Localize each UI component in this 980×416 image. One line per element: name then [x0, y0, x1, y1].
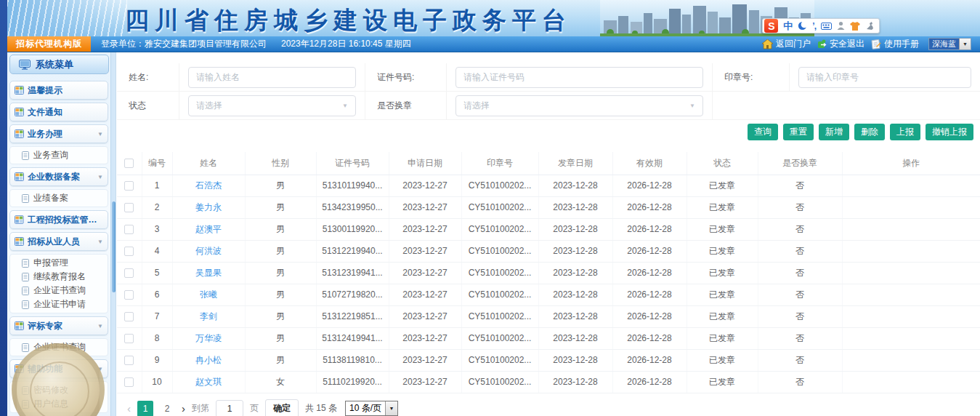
query-button[interactable]: 查询 — [748, 124, 778, 140]
table-cell: 否 — [758, 240, 842, 262]
table-cell: 冉小松 — [172, 349, 245, 371]
row-checkbox[interactable] — [124, 181, 134, 191]
next-page-button[interactable]: › — [182, 403, 185, 414]
sidebar-sub-item[interactable]: 业绩备案 — [10, 191, 108, 205]
ime-user-icon[interactable] — [837, 21, 845, 31]
select-all-checkbox[interactable] — [124, 159, 134, 168]
table-cell: 否 — [758, 196, 842, 218]
person-name-link[interactable]: 吴显果 — [195, 268, 222, 278]
person-name-link[interactable]: 李剑 — [200, 311, 217, 321]
table-cell: 否 — [758, 349, 842, 371]
sidebar-sub-label: 业务查询 — [33, 149, 68, 161]
page-number-button[interactable]: 2 — [159, 401, 175, 416]
row-checkbox[interactable] — [124, 203, 134, 212]
report-button[interactable]: 上报 — [890, 124, 920, 140]
table-cell: 已发章 — [687, 218, 758, 240]
row-select-cell — [117, 262, 142, 284]
column-header: 是否换章 — [758, 152, 842, 175]
sidebar-group-item[interactable]: 业务办理▼ — [9, 124, 108, 143]
id-number-input[interactable] — [455, 67, 703, 88]
person-name-link[interactable]: 何洪波 — [195, 246, 222, 256]
status-select[interactable]: 请选择 ▼ — [188, 95, 356, 116]
sidebar-group-item[interactable]: 招标从业人员▼ — [9, 232, 108, 251]
exit-icon — [817, 39, 827, 49]
sidebar-sub-item[interactable]: 业务查询 — [10, 148, 108, 162]
name-input[interactable] — [188, 67, 356, 88]
row-checkbox[interactable] — [124, 377, 134, 387]
add-button[interactable]: 新增 — [819, 124, 849, 140]
page-unit-label: 页 — [250, 402, 259, 415]
sidebar-sub-item[interactable]: 继续教育报名 — [10, 270, 108, 284]
row-checkbox[interactable] — [124, 356, 134, 365]
row-checkbox[interactable] — [124, 312, 134, 321]
menu-grid-icon — [15, 215, 24, 224]
goto-page-input[interactable] — [216, 400, 243, 416]
prev-page-button[interactable]: ‹ — [127, 403, 131, 414]
return-portal-link[interactable]: 返回门户 — [762, 38, 811, 50]
sidebar-group-item[interactable]: 评标专家▼ — [9, 316, 108, 335]
sidebar-group-item[interactable]: 文件通知 — [9, 103, 108, 121]
person-name-link[interactable]: 姜力永 — [195, 202, 222, 212]
ime-moon-icon[interactable] — [798, 21, 807, 31]
table-cell: 男 — [245, 305, 316, 327]
person-name-link[interactable]: 石浩杰 — [195, 180, 222, 191]
table-cell: 2026-12-28 — [612, 175, 687, 196]
table-cell: 51312219940... — [316, 240, 389, 262]
seal-change-select[interactable]: 请选择 ▼ — [455, 95, 703, 116]
safe-exit-link[interactable]: 安全退出 — [817, 38, 864, 50]
table-row: 7李剑男51312219851...2023-12-27CY510100202.… — [117, 305, 980, 327]
table-cell: 1 — [142, 175, 172, 196]
sidebar-sub-item[interactable]: 申报管理 — [10, 256, 108, 270]
row-checkbox[interactable] — [124, 290, 134, 300]
ime-skin-icon[interactable] — [850, 22, 860, 31]
person-name-link[interactable]: 张曦 — [200, 289, 217, 300]
top-bar: 招标代理机构版 登录单位：雅安交建集团项目管理有限公司 2023年12月28日 … — [7, 36, 980, 52]
table-cell: 51312419941... — [316, 327, 389, 349]
sidebar-group-label: 招标从业人员 — [28, 236, 80, 248]
sidebar-sub-panel: 业绩备案 — [9, 189, 108, 207]
scrollbar-thumb[interactable] — [112, 201, 116, 292]
ime-settings-icon[interactable] — [865, 22, 874, 31]
ime-punctuation-icon[interactable]: ’, — [812, 21, 816, 31]
person-name-link[interactable]: 赵澳平 — [195, 224, 222, 234]
sidebar-group-item[interactable]: 温馨提示 — [9, 81, 108, 100]
row-checkbox[interactable] — [124, 247, 134, 256]
ime-logo-icon[interactable]: S — [764, 19, 778, 33]
sidebar-sub-item[interactable]: 企业证书申请 — [10, 297, 108, 311]
person-name-link[interactable]: 万华凌 — [195, 333, 222, 343]
reset-button[interactable]: 重置 — [783, 124, 814, 140]
table-cell: CY510100202... — [461, 305, 538, 327]
ime-language-icon[interactable]: 中 — [783, 20, 793, 33]
page-size-select[interactable]: 10 条/页 ▼ — [345, 401, 398, 416]
chevron-down-icon[interactable]: ▼ — [959, 39, 971, 49]
sidebar-group-item[interactable]: 工程招投标监管平台 — [9, 210, 108, 229]
seal-number-input[interactable] — [798, 67, 971, 88]
theme-select[interactable]: 深海蓝 ▼ — [928, 38, 971, 50]
sidebar-sub-item[interactable]: 企业证书查询 — [10, 284, 108, 297]
table-cell: 否 — [758, 262, 842, 284]
page-number-button[interactable]: 1 — [137, 401, 153, 416]
person-name-link[interactable]: 赵文琪 — [195, 377, 222, 387]
sidebar-group-item[interactable]: 企业数据备案▼ — [9, 167, 108, 186]
column-header: 发章日期 — [538, 152, 612, 175]
cancel-report-button[interactable]: 撤销上报 — [926, 124, 973, 140]
row-select-cell — [117, 349, 142, 371]
sidebar-scrollbar[interactable] — [110, 52, 116, 416]
table-cell: 已发章 — [687, 175, 758, 196]
row-checkbox[interactable] — [124, 225, 134, 234]
chevron-down-icon: ▼ — [689, 103, 695, 109]
ime-keyboard-icon[interactable] — [821, 23, 832, 30]
table-cell: 赵文琪 — [172, 371, 245, 393]
table-cell: 3 — [142, 218, 172, 240]
row-checkbox[interactable] — [124, 334, 134, 343]
delete-button[interactable]: 删除 — [854, 124, 885, 140]
chevron-down-icon: ▼ — [97, 239, 103, 245]
user-manual-link[interactable]: 使用手册 — [871, 38, 919, 50]
confirm-page-button[interactable]: 确定 — [265, 399, 299, 416]
input-method-bar[interactable]: S 中 ’, — [762, 18, 880, 33]
sidebar-group-label: 业务办理 — [28, 128, 62, 140]
row-checkbox[interactable] — [124, 268, 134, 278]
sidebar-sub-label: 继续教育报名 — [33, 271, 86, 283]
table-cell: 2023-12-28 — [538, 196, 612, 218]
person-name-link[interactable]: 冉小松 — [195, 355, 222, 365]
